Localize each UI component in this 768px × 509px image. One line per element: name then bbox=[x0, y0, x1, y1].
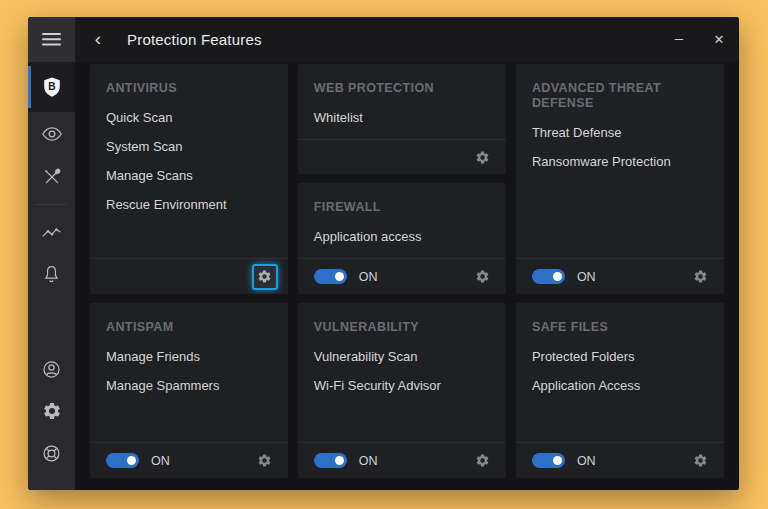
gear-icon bbox=[475, 453, 490, 468]
card-items: Protected Folders Application Access bbox=[516, 335, 724, 407]
advanced-threat-defense-settings-gear-button[interactable] bbox=[688, 264, 714, 290]
card-footer bbox=[90, 258, 288, 294]
toggle-knob bbox=[553, 456, 562, 465]
card-advanced-threat-defense: ADVANCED THREAT DEFENSE Threat Defense R… bbox=[516, 64, 724, 294]
card-footer: ON bbox=[516, 442, 724, 478]
sidebar-item-support[interactable] bbox=[28, 432, 75, 474]
toggle-knob bbox=[335, 272, 344, 281]
safe-files-toggle[interactable] bbox=[532, 453, 565, 468]
card-items: Whitelist bbox=[298, 96, 506, 139]
link-vulnerability-scan[interactable]: Vulnerability Scan bbox=[314, 349, 490, 365]
sidebar-spacer bbox=[28, 295, 75, 348]
toggle-state-label: ON bbox=[359, 454, 378, 468]
card-title: ADVANCED THREAT DEFENSE bbox=[516, 64, 686, 111]
gear-icon bbox=[42, 401, 62, 421]
toggle-knob bbox=[335, 456, 344, 465]
middle-column: WEB PROTECTION Whitelist FIREWALL bbox=[298, 64, 506, 294]
card-footer: ON bbox=[90, 442, 288, 478]
link-protected-folders[interactable]: Protected Folders bbox=[532, 349, 708, 365]
card-title: ANTISPAM bbox=[90, 303, 288, 335]
link-rescue-environment[interactable]: Rescue Environment bbox=[106, 197, 272, 213]
back-button[interactable]: ‹ bbox=[83, 29, 113, 51]
toggle-knob bbox=[127, 456, 136, 465]
card-title: VULNERABILITY bbox=[298, 303, 506, 335]
bell-icon bbox=[42, 264, 61, 285]
sidebar: B bbox=[28, 17, 75, 490]
sidebar-item-privacy[interactable] bbox=[28, 112, 75, 155]
safe-files-settings-gear-button[interactable] bbox=[688, 448, 714, 474]
sidebar-item-protection[interactable]: B bbox=[28, 62, 75, 112]
link-manage-friends[interactable]: Manage Friends bbox=[106, 349, 272, 365]
toggle-state-label: ON bbox=[359, 270, 378, 284]
eye-icon bbox=[41, 125, 63, 143]
card-web-protection: WEB PROTECTION Whitelist bbox=[298, 64, 506, 174]
gear-icon bbox=[475, 269, 490, 284]
antispam-toggle[interactable] bbox=[106, 453, 139, 468]
card-footer: ON bbox=[298, 442, 506, 478]
card-footer: ON bbox=[298, 258, 506, 294]
window-controls: – ✕ bbox=[659, 17, 739, 62]
firewall-toggle[interactable] bbox=[314, 269, 347, 284]
close-button[interactable]: ✕ bbox=[699, 17, 739, 62]
sidebar-item-utilities[interactable] bbox=[28, 155, 75, 198]
gear-icon bbox=[257, 453, 272, 468]
link-application-access[interactable]: Application access bbox=[314, 229, 490, 245]
card-title: SAFE FILES bbox=[516, 303, 724, 335]
toggle-knob bbox=[553, 272, 562, 281]
card-footer: ON bbox=[516, 258, 724, 294]
sidebar-item-settings[interactable] bbox=[28, 390, 75, 432]
hamburger-icon bbox=[42, 33, 61, 46]
web-protection-settings-gear-button[interactable] bbox=[470, 145, 496, 171]
tools-icon bbox=[42, 167, 62, 187]
page-title: Protection Features bbox=[127, 31, 262, 48]
link-manage-spammers[interactable]: Manage Spammers bbox=[106, 378, 272, 394]
card-title: WEB PROTECTION bbox=[298, 64, 506, 96]
gear-icon bbox=[693, 269, 708, 284]
link-application-access[interactable]: Application Access bbox=[532, 378, 708, 394]
lifebuoy-icon bbox=[41, 443, 62, 464]
link-wifi-security-advisor[interactable]: Wi-Fi Security Advisor bbox=[314, 378, 490, 394]
link-ransomware-protection[interactable]: Ransomware Protection bbox=[532, 154, 708, 170]
sidebar-item-activity[interactable] bbox=[28, 211, 75, 253]
main-panel: ‹ Protection Features – ✕ ANTIVIRUS Quic… bbox=[75, 17, 739, 490]
firewall-settings-gear-button[interactable] bbox=[470, 264, 496, 290]
gear-icon bbox=[693, 453, 708, 468]
shield-icon: B bbox=[41, 75, 63, 99]
antispam-settings-gear-button[interactable] bbox=[252, 448, 278, 474]
link-quick-scan[interactable]: Quick Scan bbox=[106, 110, 272, 126]
cards-grid: ANTIVIRUS Quick Scan System Scan Manage … bbox=[75, 62, 739, 490]
svg-text:B: B bbox=[48, 81, 55, 92]
advanced-threat-defense-toggle[interactable] bbox=[532, 269, 565, 284]
card-footer bbox=[298, 139, 506, 174]
card-antispam: ANTISPAM Manage Friends Manage Spammers … bbox=[90, 303, 288, 478]
account-icon bbox=[41, 359, 62, 380]
card-safe-files: SAFE FILES Protected Folders Application… bbox=[516, 303, 724, 478]
toggle-state-label: ON bbox=[577, 454, 596, 468]
sidebar-divider bbox=[36, 204, 67, 205]
card-vulnerability: VULNERABILITY Vulnerability Scan Wi-Fi S… bbox=[298, 303, 506, 478]
link-whitelist[interactable]: Whitelist bbox=[314, 110, 490, 126]
gear-icon bbox=[257, 269, 272, 284]
card-items: Threat Defense Ransomware Protection bbox=[516, 111, 724, 183]
card-items: Application access bbox=[298, 215, 506, 258]
gear-icon bbox=[475, 150, 490, 165]
card-antivirus: ANTIVIRUS Quick Scan System Scan Manage … bbox=[90, 64, 288, 294]
card-title: ANTIVIRUS bbox=[90, 64, 288, 96]
sidebar-item-account[interactable] bbox=[28, 348, 75, 390]
titlebar: ‹ Protection Features – ✕ bbox=[75, 17, 739, 62]
toggle-state-label: ON bbox=[151, 454, 170, 468]
vulnerability-toggle[interactable] bbox=[314, 453, 347, 468]
card-items: Vulnerability Scan Wi-Fi Security Adviso… bbox=[298, 335, 506, 407]
toggle-state-label: ON bbox=[577, 270, 596, 284]
minimize-button[interactable]: – bbox=[659, 17, 699, 62]
link-system-scan[interactable]: System Scan bbox=[106, 139, 272, 155]
link-threat-defense[interactable]: Threat Defense bbox=[532, 125, 708, 141]
activity-icon bbox=[41, 225, 62, 240]
vulnerability-settings-gear-button[interactable] bbox=[470, 448, 496, 474]
app-window: B bbox=[28, 17, 739, 490]
sidebar-item-notifications[interactable] bbox=[28, 253, 75, 295]
card-items: Manage Friends Manage Spammers bbox=[90, 335, 288, 407]
menu-button[interactable] bbox=[28, 17, 75, 62]
link-manage-scans[interactable]: Manage Scans bbox=[106, 168, 272, 184]
antivirus-settings-gear-button[interactable] bbox=[252, 264, 278, 290]
